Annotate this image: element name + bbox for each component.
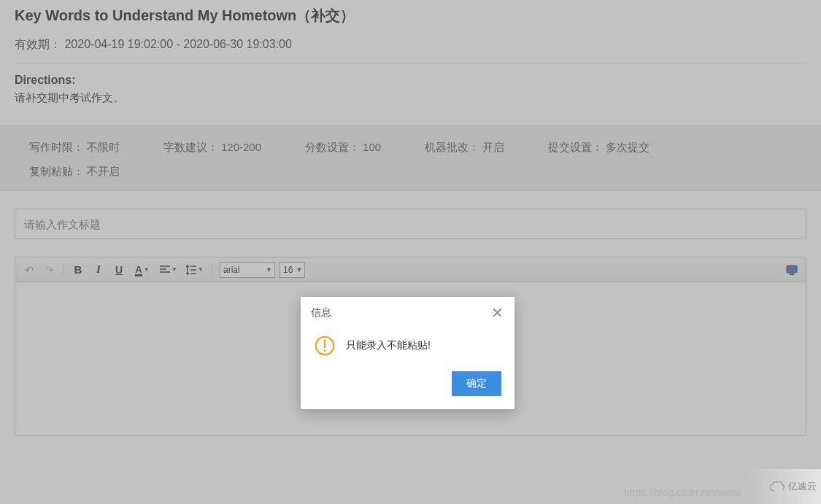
- brand-text: 亿速云: [788, 480, 817, 493]
- modal-footer: 确定: [301, 368, 514, 409]
- modal-close-button[interactable]: ✕: [490, 304, 504, 322]
- modal-title: 信息: [311, 306, 331, 319]
- modal-body: 只能录入不能粘贴!: [301, 329, 514, 368]
- modal-ok-button[interactable]: 确定: [452, 371, 501, 396]
- warning-icon: [314, 335, 336, 357]
- watermark-text: https://blog.csdn.net/weixi: [624, 486, 741, 498]
- info-modal: 信息 ✕ 只能录入不能粘贴! 确定: [301, 297, 514, 409]
- modal-header: 信息 ✕: [301, 297, 514, 329]
- close-icon: ✕: [491, 305, 504, 321]
- modal-message: 只能录入不能粘贴!: [346, 339, 431, 352]
- brand-badge: 亿速云: [748, 469, 821, 504]
- modal-backdrop[interactable]: [0, 0, 821, 504]
- svg-point-10: [324, 349, 326, 352]
- cloud-icon: [769, 481, 785, 492]
